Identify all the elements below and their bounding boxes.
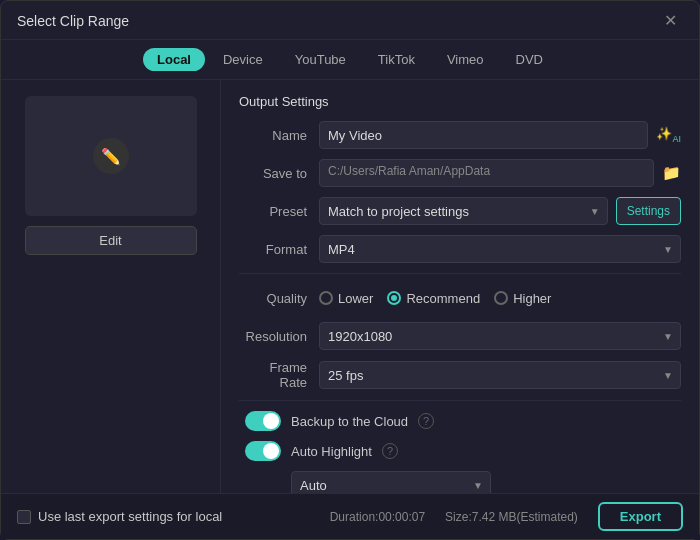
tab-dvd[interactable]: DVD	[502, 48, 557, 71]
quality-recommend[interactable]: Recommend	[387, 291, 480, 306]
quality-row: Quality Lower Recommend High	[239, 284, 681, 312]
use-last-label: Use last export settings for local	[38, 509, 222, 524]
ai-icon[interactable]: ✨AI	[656, 126, 681, 144]
settings-button[interactable]: Settings	[616, 197, 681, 225]
auto-highlight-row: Auto Highlight ?	[239, 441, 681, 461]
format-row: Format MP4 ▼	[239, 235, 681, 263]
auto-select-row: Auto ▼	[239, 471, 681, 493]
tab-youtube[interactable]: YouTube	[281, 48, 360, 71]
backup-toggle[interactable]	[245, 411, 281, 431]
use-last-checkbox[interactable]	[17, 510, 31, 524]
bottom-info: Duration:00:00:07 Size:7.42 MB(Estimated…	[330, 502, 683, 531]
auto-highlight-toggle[interactable]	[245, 441, 281, 461]
resolution-label: Resolution	[239, 329, 319, 344]
quality-lower-circle	[319, 291, 333, 305]
name-row: Name ✨AI	[239, 121, 681, 149]
auto-highlight-toggle-knob	[263, 443, 279, 459]
preset-select[interactable]: Match to project settings	[319, 197, 608, 225]
tab-device[interactable]: Device	[209, 48, 277, 71]
path-display: C:/Users/Rafia Aman/AppData	[319, 159, 654, 187]
quality-higher[interactable]: Higher	[494, 291, 551, 306]
edit-button[interactable]: Edit	[25, 226, 197, 255]
format-control: MP4 ▼	[319, 235, 681, 263]
right-panel: Output Settings Name ✨AI Save to C:/User…	[221, 80, 699, 493]
quality-lower[interactable]: Lower	[319, 291, 373, 306]
backup-toggle-knob	[263, 413, 279, 429]
format-select-wrap: MP4 ▼	[319, 235, 681, 263]
backup-help-icon[interactable]: ?	[418, 413, 434, 429]
edit-icon: ✏️	[93, 138, 129, 174]
backup-label: Backup to the Cloud	[291, 414, 408, 429]
auto-select[interactable]: Auto	[291, 471, 491, 493]
size-text: Size:7.42 MB(Estimated)	[445, 510, 578, 524]
frame-rate-label: Frame Rate	[239, 360, 319, 390]
use-last-settings[interactable]: Use last export settings for local	[17, 509, 222, 524]
resolution-select[interactable]: 1920x1080	[319, 322, 681, 350]
frame-rate-select[interactable]: 25 fps	[319, 361, 681, 389]
bottom-bar: Use last export settings for local Durat…	[1, 493, 699, 539]
close-button[interactable]: ✕	[658, 11, 683, 31]
frame-rate-select-wrap: 25 fps ▼	[319, 361, 681, 389]
export-button[interactable]: Export	[598, 502, 683, 531]
auto-select-wrap: Auto ▼	[291, 471, 491, 493]
tab-vimeo[interactable]: Vimeo	[433, 48, 498, 71]
dialog-title: Select Clip Range	[17, 13, 129, 29]
name-control: ✨AI	[319, 121, 681, 149]
resolution-control: 1920x1080 ▼	[319, 322, 681, 350]
divider-1	[239, 273, 681, 274]
save-to-label: Save to	[239, 166, 319, 181]
save-to-control: C:/Users/Rafia Aman/AppData 📁	[319, 159, 681, 187]
name-input[interactable]	[319, 121, 648, 149]
save-to-row: Save to C:/Users/Rafia Aman/AppData 📁	[239, 159, 681, 187]
quality-control: Lower Recommend Higher	[319, 291, 681, 306]
preset-row: Preset Match to project settings ▼ Setti…	[239, 197, 681, 225]
quality-higher-circle	[494, 291, 508, 305]
backup-row: Backup to the Cloud ?	[239, 411, 681, 431]
frame-rate-control: 25 fps ▼	[319, 361, 681, 389]
quality-label: Quality	[239, 291, 319, 306]
resolution-row: Resolution 1920x1080 ▼	[239, 322, 681, 350]
folder-icon[interactable]: 📁	[662, 164, 681, 182]
preset-label: Preset	[239, 204, 319, 219]
tab-local[interactable]: Local	[143, 48, 205, 71]
quality-recommend-circle	[387, 291, 401, 305]
divider-2	[239, 400, 681, 401]
preset-control: Match to project settings ▼ Settings	[319, 197, 681, 225]
format-select[interactable]: MP4	[319, 235, 681, 263]
dialog: Select Clip Range ✕ Local Device YouTube…	[0, 0, 700, 540]
content-area: ✏️ Edit Output Settings Name ✨AI Save to…	[1, 80, 699, 493]
duration-text: Duration:00:00:07	[330, 510, 425, 524]
tabs-bar: Local Device YouTube TikTok Vimeo DVD	[1, 40, 699, 80]
auto-highlight-label: Auto Highlight	[291, 444, 372, 459]
resolution-select-wrap: 1920x1080 ▼	[319, 322, 681, 350]
auto-highlight-help-icon[interactable]: ?	[382, 443, 398, 459]
name-label: Name	[239, 128, 319, 143]
frame-rate-row: Frame Rate 25 fps ▼	[239, 360, 681, 390]
title-bar: Select Clip Range ✕	[1, 1, 699, 40]
quality-radio-group: Lower Recommend Higher	[319, 291, 551, 306]
left-panel: ✏️ Edit	[1, 80, 221, 493]
tab-tiktok[interactable]: TikTok	[364, 48, 429, 71]
preset-select-wrap: Match to project settings ▼	[319, 197, 608, 225]
section-title: Output Settings	[239, 94, 681, 109]
quality-recommend-label: Recommend	[406, 291, 480, 306]
format-label: Format	[239, 242, 319, 257]
quality-higher-label: Higher	[513, 291, 551, 306]
video-thumbnail: ✏️	[25, 96, 197, 216]
quality-lower-label: Lower	[338, 291, 373, 306]
